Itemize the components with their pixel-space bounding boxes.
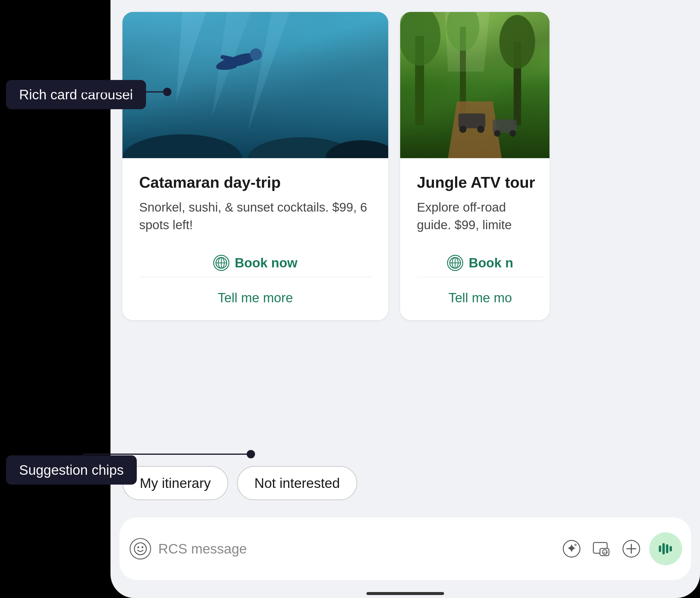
book-now-button-2[interactable]: Book n <box>417 249 544 277</box>
image-attach-button[interactable] <box>590 537 614 561</box>
tell-me-more-button-2[interactable]: Tell me mo <box>417 283 544 308</box>
chip-not-interested[interactable]: Not interested <box>237 466 357 500</box>
svg-point-37 <box>142 546 143 548</box>
card-title-2: Jungle ATV tour <box>417 173 544 191</box>
svg-point-29 <box>509 130 516 137</box>
voice-button[interactable] <box>649 532 682 565</box>
home-indicator <box>367 592 444 595</box>
card-image-jungle <box>400 12 549 158</box>
globe-icon <box>213 255 229 271</box>
globe-icon-2 <box>447 255 463 271</box>
book-now-button[interactable]: Book now <box>139 249 372 277</box>
svg-point-35 <box>134 543 146 555</box>
card-title: Catamaran day-trip <box>139 173 372 191</box>
card-description-2: Explore off-road guide. $99, limite <box>417 199 544 234</box>
tell-me-more-label: Tell me more <box>218 290 293 305</box>
svg-rect-47 <box>662 543 665 554</box>
card-content-2: Jungle ATV tour Explore off-road guide. … <box>400 158 549 320</box>
chip-my-itinerary[interactable]: My itinerary <box>122 466 228 500</box>
svg-rect-48 <box>666 544 668 553</box>
svg-point-28 <box>494 130 501 137</box>
svg-point-25 <box>459 126 467 133</box>
svg-point-36 <box>138 546 139 548</box>
rich-card-carousel-label: Rich card carousel <box>19 87 133 102</box>
book-now-label: Book now <box>235 255 297 270</box>
carousel-area: Catamaran day-trip Snorkel, sushi, & sun… <box>110 0 700 418</box>
chips-area: My itinerary Not interested <box>110 458 700 509</box>
tell-me-more-label-2: Tell me mo <box>449 290 512 305</box>
book-now-label-2: Book n <box>469 255 513 270</box>
emoji-icon <box>130 538 151 560</box>
svg-point-26 <box>477 126 484 133</box>
message-input-area: RCS message <box>120 517 691 580</box>
svg-marker-30 <box>445 12 490 72</box>
ai-compose-button[interactable] <box>560 537 583 561</box>
add-attachment-button[interactable] <box>619 537 643 561</box>
card-description: Snorkel, sushi, & sunset cocktails. $99,… <box>139 199 372 234</box>
svg-rect-46 <box>659 545 661 552</box>
message-placeholder[interactable]: RCS message <box>158 541 554 557</box>
card-image-underwater <box>122 12 388 158</box>
card-content: Catamaran day-trip Snorkel, sushi, & sun… <box>122 158 388 320</box>
suggestion-chips-label: Suggestion chips <box>19 462 124 478</box>
input-actions <box>560 537 643 561</box>
svg-point-20 <box>499 15 535 69</box>
svg-rect-49 <box>670 546 672 551</box>
annotation-suggestion-chips: Suggestion chips <box>6 456 137 485</box>
svg-point-39 <box>574 544 577 546</box>
card-catamaran[interactable]: Catamaran day-trip Snorkel, sushi, & sun… <box>122 12 388 320</box>
annotation-rich-card-carousel: Rich card carousel <box>6 80 146 109</box>
tell-me-more-button[interactable]: Tell me more <box>139 283 372 308</box>
emoji-button[interactable] <box>128 537 152 561</box>
phone-screen: Catamaran day-trip Snorkel, sushi, & sun… <box>110 0 700 598</box>
card-jungle[interactable]: Jungle ATV tour Explore off-road guide. … <box>400 12 549 320</box>
